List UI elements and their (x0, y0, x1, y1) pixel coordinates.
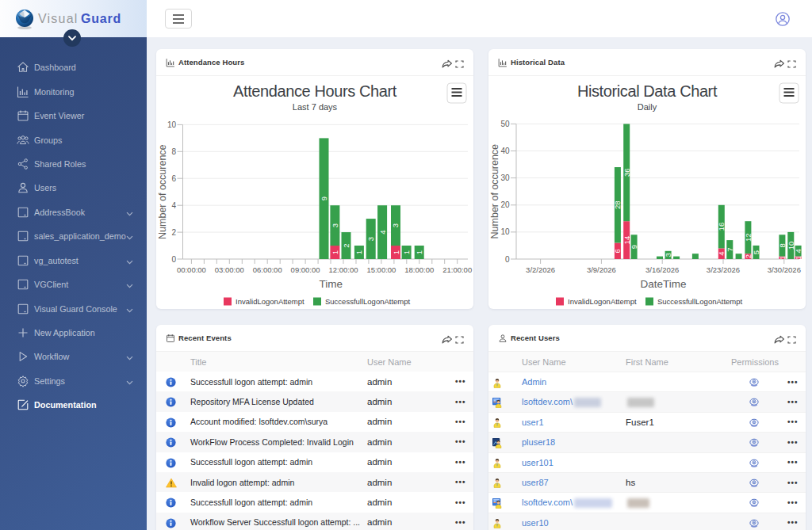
svg-text:00:00:00: 00:00:00 (177, 265, 206, 274)
svg-text:09:00:00: 09:00:00 (291, 265, 320, 274)
svg-text:1: 1 (331, 250, 339, 254)
svg-text:6: 6 (171, 174, 176, 183)
svg-text:03:00:00: 03:00:00 (215, 265, 244, 274)
svg-text:12:00:00: 12:00:00 (329, 265, 358, 274)
svg-text:3/2/2026: 3/2/2026 (526, 265, 555, 274)
svg-text:9: 9 (320, 196, 328, 200)
svg-text:5: 5 (752, 250, 760, 254)
svg-text:Number of occurence: Number of occurence (489, 144, 500, 239)
svg-text:Attendance Hours Chart: Attendance Hours Chart (233, 82, 397, 100)
svg-text:20: 20 (500, 200, 510, 209)
svg-text:8: 8 (778, 243, 787, 247)
svg-text:40: 40 (500, 147, 510, 155)
svg-text:2: 2 (171, 228, 176, 237)
svg-text:4: 4 (171, 201, 176, 210)
svg-text:Last 7 days: Last 7 days (293, 102, 338, 112)
svg-text:3: 3 (366, 237, 375, 241)
svg-text:Time: Time (319, 278, 343, 290)
svg-text:8: 8 (171, 147, 176, 156)
svg-text:3/9/2026: 3/9/2026 (587, 265, 616, 274)
svg-text:18:00:00: 18:00:00 (404, 265, 434, 274)
svg-text:0: 0 (171, 255, 176, 264)
svg-text:16: 16 (717, 223, 726, 231)
svg-text:30: 30 (500, 173, 510, 182)
svg-text:9: 9 (630, 245, 638, 249)
svg-text:Guard: Guard (81, 12, 121, 25)
svg-text:3: 3 (331, 223, 339, 227)
svg-text:28: 28 (613, 201, 622, 210)
svg-text:1: 1 (402, 250, 411, 254)
svg-text:1: 1 (415, 250, 423, 254)
svg-text:1: 1 (354, 250, 363, 254)
svg-text:3/30/2026: 3/30/2026 (768, 265, 801, 274)
svg-text:12: 12 (744, 233, 753, 242)
svg-text:SuccessfullLogonAttempt: SuccessfullLogonAttempt (325, 297, 411, 306)
svg-text:1: 1 (392, 250, 400, 254)
svg-text:4: 4 (794, 249, 802, 253)
svg-text:3/23/2026: 3/23/2026 (707, 265, 740, 274)
svg-text:06:00:00: 06:00:00 (253, 265, 282, 274)
svg-text:3: 3 (664, 253, 672, 257)
svg-text:50: 50 (500, 120, 510, 128)
svg-text:Daily: Daily (638, 102, 657, 112)
svg-text:4: 4 (378, 230, 387, 234)
svg-text:3/16/2026: 3/16/2026 (645, 265, 679, 274)
svg-text:3: 3 (392, 223, 400, 227)
svg-text:14: 14 (622, 236, 631, 245)
svg-text:6: 6 (613, 249, 622, 253)
svg-text:10: 10 (787, 242, 795, 250)
svg-text:InvalidLogonAttempt: InvalidLogonAttempt (568, 297, 637, 306)
svg-text:4: 4 (717, 252, 726, 256)
svg-text:0: 0 (505, 255, 510, 264)
svg-text:10: 10 (500, 227, 510, 236)
svg-text:DateTime: DateTime (640, 278, 686, 290)
svg-text:InvalidLogonAttempt: InvalidLogonAttempt (236, 297, 304, 306)
svg-text:10: 10 (167, 120, 177, 129)
svg-text:Historical Data Chart: Historical Data Chart (577, 82, 718, 100)
svg-text:Number of occurence: Number of occurence (157, 144, 168, 239)
svg-text:21:00:00: 21:00:00 (442, 265, 472, 274)
svg-text:15:00:00: 15:00:00 (366, 265, 396, 274)
svg-text:SuccessfullLogonAttempt: SuccessfullLogonAttempt (657, 297, 743, 306)
svg-text:36: 36 (622, 169, 631, 177)
svg-text:2: 2 (342, 243, 350, 247)
svg-text:7: 7 (726, 247, 734, 251)
svg-text:Visual: Visual (38, 12, 79, 25)
